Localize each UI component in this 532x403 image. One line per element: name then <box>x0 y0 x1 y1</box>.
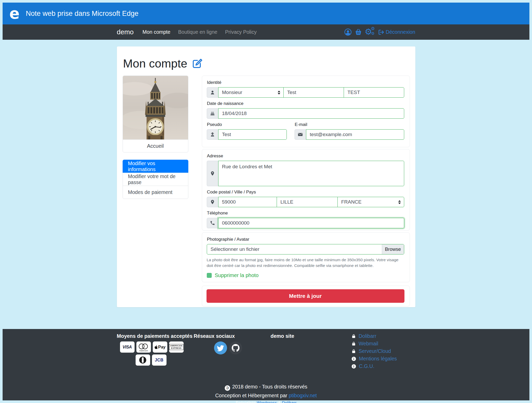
address-label: Adresse <box>207 153 404 159</box>
select-caret-icon <box>398 200 401 204</box>
user-circle-icon[interactable] <box>344 28 352 36</box>
footer-links: Dolibarr Webmail Serveur/Cloud Mentions … <box>351 333 415 371</box>
footer-link-webmail[interactable]: Webmail <box>359 341 378 347</box>
menu-item-payment-modes[interactable]: Modes de paiement <box>123 186 188 199</box>
zip-input[interactable] <box>218 197 277 207</box>
settings-gears-icon[interactable]: ⚙ ⚙ ⚙ <box>365 28 375 37</box>
phone-icon <box>207 218 218 228</box>
sign-out-icon <box>377 29 384 36</box>
pseudo-input[interactable] <box>218 129 287 140</box>
delete-photo-checkbox[interactable] <box>207 273 212 278</box>
mastercard-circles-icon <box>139 344 149 350</box>
user-icon <box>207 87 218 98</box>
copyright-line: C2018 demo - Tous droits réservés <box>3 384 529 391</box>
select-caret-icon <box>278 91 280 95</box>
edge-note-title: Note web prise dans Microsoft Edge <box>26 10 138 18</box>
payment-mastercard: mastercard <box>136 341 151 353</box>
address-textarea[interactable]: Rue de Londres et Met <box>218 161 404 186</box>
identity-section: Identité Monsieur Dat <box>202 76 410 147</box>
apple-icon <box>154 345 158 349</box>
logout-label: Déconnexion <box>386 29 415 35</box>
city-input[interactable] <box>277 197 338 207</box>
footer-bottom: C2018 demo - Tous droits réservés Concep… <box>3 384 529 403</box>
account-card: Mon compte <box>117 46 415 307</box>
menu-item-password[interactable]: Modifier votre mot de passe <box>123 173 188 186</box>
photo-file-input[interactable]: Sélectionner un fichier Browse <box>207 244 404 254</box>
photo-help-text: La photo doit être au format jpg, faire … <box>207 257 404 269</box>
copyright-icon: C <box>225 385 230 391</box>
info-icon <box>351 357 356 361</box>
firstname-input[interactable] <box>283 87 344 98</box>
birthdate-input[interactable] <box>218 108 404 119</box>
payment-visa: VISA <box>120 341 135 353</box>
edge-logo-icon: e <box>9 6 19 21</box>
civility-value: Monsieur <box>222 90 242 95</box>
page-title: Mon compte <box>123 57 188 70</box>
main: Mon compte <box>3 40 529 329</box>
twitter-icon[interactable] <box>214 341 227 354</box>
phone-input[interactable] <box>218 218 404 228</box>
country-value: FRANCE <box>341 199 362 205</box>
info-icon <box>351 364 356 369</box>
payment-apple-pay: Pay <box>153 341 167 353</box>
social-title: Réseaux sociaux <box>194 333 271 339</box>
edit-pencil-icon[interactable] <box>192 58 203 69</box>
account-menu: Modifier vos informations Modifier votre… <box>123 160 188 199</box>
nav-link-privacy[interactable]: Privacy Policy <box>225 29 257 35</box>
map-marker-icon <box>207 161 218 186</box>
host-link[interactable]: ptibogxiv.net <box>289 393 317 398</box>
payment-american-express: AMERICANEXPRESS <box>169 341 184 353</box>
logout-link[interactable]: Déconnexion <box>377 29 415 36</box>
footer-link-dolibarr[interactable]: Dolibarr <box>359 333 376 339</box>
footer: Moyens de paiements acceptés VISA master… <box>3 329 529 400</box>
specialist-line: Spécialiste Wordpress & Dolibarr <box>3 401 529 403</box>
account-form: Identité Monsieur Dat <box>202 76 410 306</box>
payment-jcb: JCB <box>152 354 167 366</box>
update-button[interactable]: Mettre à jour <box>207 289 404 303</box>
pseudo-label: Pseudo <box>207 122 287 127</box>
birthday-cake-icon <box>207 108 218 119</box>
delete-photo-label[interactable]: Supprimer la photo <box>215 272 259 278</box>
birthdate-label: Date de naissance <box>207 101 404 106</box>
sidebar: Accueil Modifier vos informations Modifi… <box>123 76 188 306</box>
country-select[interactable]: FRANCE <box>337 197 404 207</box>
browse-button[interactable]: Browse <box>382 244 404 254</box>
page: e Note web prise dans Microsoft Edge dem… <box>0 0 532 403</box>
navbar: demo Mon compte Boutique en ligne Privac… <box>3 24 529 40</box>
zipcitycountry-label: Code postal / Ville / Pays <box>207 190 404 195</box>
profile-photo-card[interactable]: Accueil <box>123 76 188 152</box>
user-secret-icon <box>207 129 218 140</box>
brand[interactable]: demo <box>117 28 134 36</box>
lock-icon <box>351 341 356 346</box>
lastname-input[interactable] <box>344 87 404 98</box>
menu-item-informations[interactable]: Modifier vos informations <box>123 160 188 173</box>
payment-diners-club <box>136 354 150 366</box>
diners-icon <box>139 357 146 364</box>
lock-icon <box>351 334 356 338</box>
map-marker-icon <box>207 197 218 207</box>
address-section: Adresse Rue de Londres et Met Code posta… <box>202 149 410 231</box>
file-placeholder: Sélectionner un fichier <box>207 244 382 254</box>
nav-link-boutique[interactable]: Boutique en ligne <box>178 29 217 35</box>
wordpress-link[interactable]: Wordpress <box>257 401 277 403</box>
email-input[interactable] <box>306 129 404 140</box>
phone-label: Téléphone <box>207 211 404 216</box>
footer-link-mentions-legales[interactable]: Mentions légales <box>359 356 397 362</box>
conception-line: Conception et Hébergement par ptibogxiv.… <box>3 393 529 399</box>
footer-link-cgu[interactable]: C.G.U. <box>359 363 375 369</box>
photo-label: Photographie / Avatar <box>207 237 404 242</box>
civility-select[interactable]: Monsieur <box>218 87 284 98</box>
payments-title: Moyens de paiements acceptés <box>117 333 194 339</box>
dolibarr-link[interactable]: Dolibarr <box>282 401 296 403</box>
footer-link-serveur-cloud[interactable]: Serveur/Cloud <box>359 348 391 354</box>
email-label: E-mail <box>295 122 404 127</box>
lock-icon <box>351 349 356 353</box>
big-ben-photo <box>123 76 188 139</box>
site-title: demo site <box>271 333 351 339</box>
envelope-icon <box>295 129 306 140</box>
edge-note-bar: e Note web prise dans Microsoft Edge <box>3 3 529 24</box>
github-icon[interactable] <box>229 341 242 354</box>
basket-icon[interactable] <box>354 28 362 36</box>
nav-link-mon-compte[interactable]: Mon compte <box>143 29 170 35</box>
nav-links: Mon compte Boutique en ligne Privacy Pol… <box>143 29 257 35</box>
